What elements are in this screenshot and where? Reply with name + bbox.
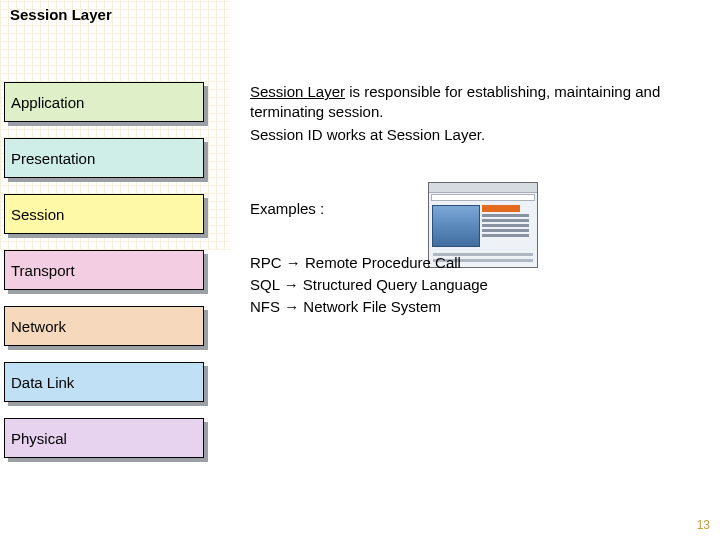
example-item: SQL → Structured Query Language: [250, 274, 488, 296]
layer-application: Application: [4, 82, 214, 122]
arrow-icon: →: [284, 298, 299, 315]
example-item: RPC → Remote Procedure Call: [250, 252, 488, 274]
layer-label: Network: [11, 318, 66, 335]
layer-network: Network: [4, 306, 214, 346]
slide-title: Session Layer: [10, 6, 112, 23]
example-abbr: NFS: [250, 298, 280, 315]
layer-session: Session: [4, 194, 214, 234]
description-subject: Session Layer: [250, 83, 345, 100]
layer-data-link: Data Link: [4, 362, 214, 402]
example-full: Network File System: [303, 298, 441, 315]
description-line2: Session ID works at Session Layer.: [250, 125, 690, 145]
layer-physical: Physical: [4, 418, 214, 458]
layer-presentation: Presentation: [4, 138, 214, 178]
layer-label: Application: [11, 94, 84, 111]
example-abbr: RPC: [250, 254, 282, 271]
layer-label: Session: [11, 206, 64, 223]
slide: Session Layer Application Presentation S…: [0, 0, 720, 540]
arrow-icon: →: [284, 276, 299, 293]
layer-transport: Transport: [4, 250, 214, 290]
layer-label: Data Link: [11, 374, 74, 391]
description: Session Layer is responsible for establi…: [250, 82, 690, 147]
layer-label: Physical: [11, 430, 67, 447]
arrow-icon: →: [286, 254, 301, 271]
example-full: Remote Procedure Call: [305, 254, 461, 271]
example-item: NFS → Network File System: [250, 296, 488, 318]
layer-label: Presentation: [11, 150, 95, 167]
osi-layer-stack: Application Presentation Session Transpo…: [4, 82, 214, 474]
page-number: 13: [697, 518, 710, 532]
example-full: Structured Query Language: [303, 276, 488, 293]
layer-label: Transport: [11, 262, 75, 279]
example-abbr: SQL: [250, 276, 279, 293]
examples-heading: Examples :: [250, 200, 324, 217]
examples-list: RPC → Remote Procedure Call SQL → Struct…: [250, 252, 488, 317]
